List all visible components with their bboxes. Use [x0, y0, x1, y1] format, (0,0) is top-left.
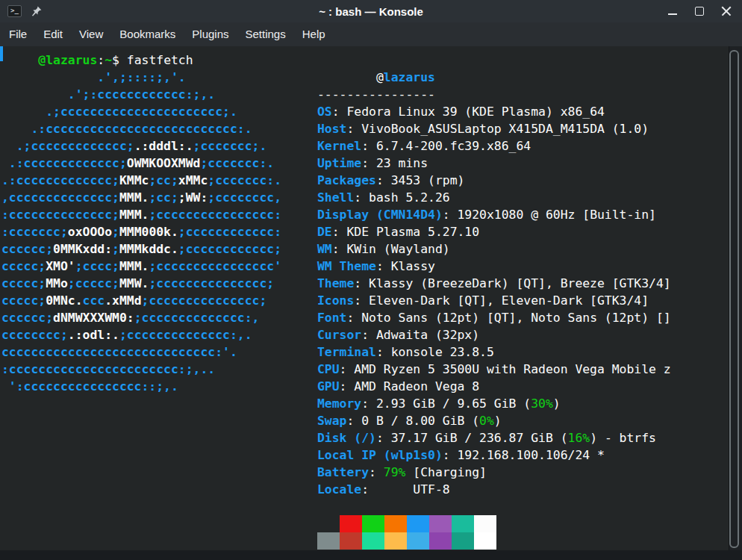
text-segment: ;cccccccc, [208, 190, 281, 205]
konsole-app-icon[interactable]: >_ [7, 5, 22, 17]
text-segment: OS [317, 105, 332, 119]
text-segment: Theme [317, 276, 354, 290]
text-segment: : bash 5.2.26 [354, 190, 449, 205]
text-segment: MMM. [119, 190, 149, 205]
window-buttons [667, 6, 742, 16]
text-segment: ccccc; [1, 293, 46, 308]
text-segment: Icons [317, 293, 354, 308]
close-button[interactable] [721, 6, 732, 16]
text-segment: @ [317, 70, 384, 84]
text-segment: @lazarus [38, 53, 97, 67]
text-segment: Uptime [317, 156, 361, 170]
text-segment: $ [112, 53, 127, 67]
window-bottom-edge [0, 550, 742, 560]
info-line: Swap: 0 B / 8.00 GiB (0%) [317, 412, 671, 429]
text-segment: 0MMKxdd: [53, 242, 112, 256]
palette-swatch [407, 532, 429, 550]
text-segment: ;cccc; [75, 259, 119, 273]
info-line: Display (CMN14D4): 1920x1080 @ 60Hz [Bui… [317, 206, 671, 223]
palette-swatch [384, 515, 407, 532]
text-segment: GPU [317, 379, 340, 393]
text-segment: ---------------- [317, 87, 435, 102]
text-segment: :ccccccc; [1, 225, 68, 239]
ascii-logo-line: ccccc;XMO';cccc;MMM.;cccccccccccccccc' [1, 258, 281, 275]
info-line: WM Theme: Klassy [317, 258, 671, 275]
text-segment: : Klassy [376, 259, 435, 273]
text-segment: .:cccccccccccccccccccccccccc:. [1, 122, 252, 136]
text-segment: : KDE Plasma 5.27.10 [332, 225, 479, 239]
ascii-logo-line: cccccc;dNMWXXXWM0:;cccccccccccccc:, [1, 309, 281, 326]
info-line: Memory: 2.93 GiB / 9.65 GiB (30%) [317, 395, 671, 412]
text-segment: ;ccccccc;. [193, 139, 267, 153]
text-segment: .xMMd [105, 293, 141, 308]
info-line: Local IP (wlp1s0): 192.168.100.106/24 * [317, 447, 671, 464]
text-segment: ) - btrfs [590, 431, 656, 445]
text-segment: dNMWXXXWM0: [53, 311, 134, 325]
text-segment: Packages [317, 173, 376, 187]
text-segment: .:ccccccccccccc; [1, 173, 119, 187]
palette-swatch [317, 532, 340, 550]
text-segment: ;cccccccccccc: [178, 225, 281, 239]
terminal-view[interactable]: @lazarus:~$ fastfetch .',;::::;,'. .';:c… [0, 46, 742, 560]
palette-swatch [340, 515, 362, 532]
text-segment: .:odl:. [68, 328, 119, 342]
text-segment: 0MNc. [46, 293, 82, 308]
menu-view[interactable]: View [71, 22, 111, 46]
prompt-line-block: @lazarus:~$ fastfetch [1, 52, 193, 69]
text-segment: : 37.17 GiB / 236.87 GiB ( [376, 431, 568, 445]
color-palette-row-2 [317, 532, 671, 550]
info-line: Font: Noto Sans (12pt) [QT], Noto Sans (… [317, 309, 671, 326]
text-segment: 16% [568, 431, 590, 445]
text-segment: fastfetch [127, 53, 193, 67]
text-segment: .',;::::;,'. [1, 70, 186, 84]
text-segment: ;cccccccccccccccc' [149, 259, 281, 273]
info-line: Disk (/): 37.17 GiB / 236.87 GiB (16%) -… [317, 429, 671, 447]
text-segment: ) [494, 414, 502, 428]
text-segment: : 2.93 GiB / 9.65 GiB ( [361, 396, 531, 411]
text-segment: ;ccccccccccccccc; [142, 293, 267, 308]
scrollbar-track[interactable] [729, 46, 742, 550]
text-segment: XMO' [46, 259, 75, 273]
menubar: FileEditViewBookmarksPluginsSettingsHelp [0, 22, 742, 47]
text-segment: ':cccccccccccccccc::;,. [1, 379, 178, 393]
info-line: Uptime: 23 mins [317, 155, 671, 172]
pin-icon[interactable] [31, 6, 42, 16]
text-segment: .:ccccccccccccc; [1, 156, 127, 170]
text-segment: ,cccccccccccccc; [1, 190, 119, 205]
menu-help[interactable]: Help [294, 22, 334, 46]
text-segment: Locale [317, 482, 361, 497]
text-segment: WM [317, 242, 332, 256]
palette-swatch [407, 515, 429, 532]
menu-edit[interactable]: Edit [35, 22, 71, 46]
ascii-logo-line: .';:cccccccccccc:;,. [1, 86, 281, 103]
text-segment: : 0 B / 8.00 GiB ( [346, 414, 479, 428]
maximize-button[interactable] [694, 6, 705, 16]
menu-settings[interactable]: Settings [237, 22, 294, 46]
minimize-button[interactable] [667, 6, 678, 16]
text-segment: : 6.7.4-200.fc39.x86_64 [361, 139, 531, 153]
text-segment: Font [317, 311, 346, 325]
text-segment: xMMc [178, 173, 208, 187]
scrollbar-thumb[interactable] [729, 50, 739, 548]
ascii-logo-line: ccccc;MMo;ccccc;MMW.;ccccccccccccccc; [1, 275, 281, 292]
text-segment: CPU [317, 362, 340, 376]
menu-file[interactable]: File [1, 22, 35, 46]
ascii-logo-line: cccccc;0MMKxdd:;MMMkddc.;cccccccccccc; [1, 240, 281, 258]
text-segment: ;ccccccc:. [200, 156, 274, 170]
text-segment: MMo [46, 276, 68, 290]
menu-plugins[interactable]: Plugins [184, 22, 237, 46]
text-segment: : UTF-8 [361, 482, 449, 497]
ascii-logo-line: .:ccccccccccccc;OWMKOOXMWd;ccccccc:. [1, 155, 281, 172]
text-segment: : Fedora Linux 39 (KDE Plasma) x86_64 [332, 105, 605, 119]
fedora-ascii-logo: .',;::::;,'. .';:cccccccccccc:;,. .;cccc… [1, 69, 281, 395]
info-line: OS: Fedora Linux 39 (KDE Plasma) x86_64 [317, 103, 671, 120]
menu-bookmarks[interactable]: Bookmarks [111, 22, 184, 46]
text-segment: ;cccccccccccccc:, [134, 311, 260, 325]
text-segment: 79% [384, 465, 406, 479]
text-segment: ;cc; [149, 190, 178, 205]
text-segment: 0% [479, 414, 494, 428]
palette-swatch [452, 532, 474, 550]
info-line: DE: KDE Plasma 5.27.10 [317, 223, 671, 240]
ascii-logo-line: ccccccccccccccccccccccccccccc:'. [1, 343, 281, 361]
palette-swatch [474, 515, 496, 532]
